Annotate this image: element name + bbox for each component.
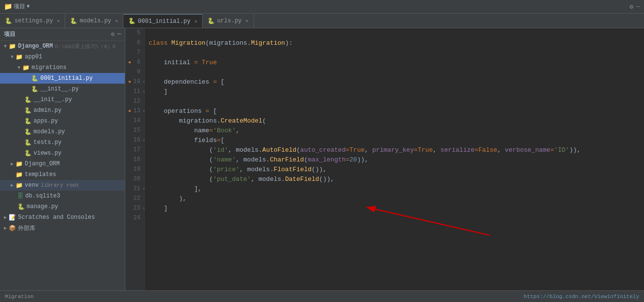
param-vn: verbose_name: [505, 146, 551, 154]
comma-17d: ,: [497, 146, 505, 154]
python-file-icon: 🐍: [31, 75, 38, 82]
folder-icon: 📁: [16, 171, 23, 178]
indent-10: [149, 78, 164, 86]
val-true: True: [202, 59, 217, 66]
tree-item-0001-initial[interactable]: 🐍 0001_initial.py: [0, 73, 125, 84]
val-false: False: [478, 146, 497, 154]
tree-item-init-migrations[interactable]: 🐍 __init__.py: [0, 84, 125, 94]
minimize-panel-icon[interactable]: —: [118, 31, 121, 38]
line-22: 22: [127, 194, 142, 203]
kw-class: class: [149, 39, 171, 47]
project-menu[interactable]: 📁 项目 ▼: [4, 2, 30, 11]
eq-17c: =: [475, 146, 478, 154]
num-20: 20: [350, 156, 357, 163]
python-file-icon: 🐍: [24, 118, 32, 125]
indent-13: [149, 107, 164, 115]
tree-item-scratches[interactable]: ▶ 📝 Scratches and Consoles: [0, 212, 125, 223]
tab-migration-icon: 🐍: [128, 18, 136, 25]
expand-icon: ▼: [9, 54, 16, 60]
settings-icon[interactable]: ⚙: [629, 3, 633, 11]
paren-20b: ()),: [319, 176, 334, 183]
indent-18: [149, 156, 209, 163]
tab-migration-close[interactable]: ✕: [194, 18, 197, 24]
tree-item-app01[interactable]: ▼ 📁 app01: [0, 52, 125, 62]
tree-item-models[interactable]: 🐍 models.py: [0, 126, 125, 137]
python-file-icon: 🐍: [24, 128, 32, 136]
tree-item-db[interactable]: 🗄 db.sqlite3: [0, 191, 125, 201]
fold-13[interactable]: ▾: [143, 108, 145, 114]
code-line-10: dependencies = [: [149, 77, 640, 87]
tab-settings-close[interactable]: ✕: [57, 18, 60, 24]
line-19: 19: [127, 164, 142, 174]
editor-area[interactable]: 5 6 7 ●8 9 ●10 ▾ 11 ▾ 12 ●13 ▾: [125, 28, 644, 290]
fold-21[interactable]: ▾: [143, 186, 145, 192]
expand-icon: ▶: [2, 225, 9, 231]
tree-label: models.py: [34, 128, 65, 135]
indent-15: [149, 127, 194, 134]
tree-item-django-orm-root[interactable]: ▼ 📁 Django_ORM D:\002课上练习\（6）D: [0, 41, 125, 52]
line-18: 18: [127, 155, 142, 164]
fold-10[interactable]: ▾: [143, 79, 145, 85]
tab-migration[interactable]: 🐍 0001_initial.py ✕: [123, 14, 203, 28]
tree-item-venv[interactable]: ▶ 📁 venv library root: [0, 180, 125, 191]
expand-icon: ▶: [2, 214, 9, 220]
bracket-16: [: [220, 137, 224, 144]
tree-item-migrations[interactable]: ▼ 📁 migrations: [0, 62, 125, 73]
tab-settings[interactable]: 🐍 settings.py ✕: [0, 14, 65, 28]
status-left: Migration: [5, 294, 34, 300]
param-fields: fields: [194, 137, 217, 144]
sidebar-header-icons: ⚙ —: [111, 31, 121, 38]
status-right: https://blog.csdn.net/Viewinfinitely: [524, 294, 639, 300]
line-10: ●10 ▾: [127, 77, 142, 87]
comma-17b: ,: [365, 146, 373, 154]
func-float: FloatField: [273, 166, 311, 173]
db-file-icon: 🗄: [17, 193, 23, 200]
tree-item-external-libs[interactable]: ▶ 📦 外部库: [0, 223, 125, 233]
expand-icon: ▼: [16, 65, 22, 71]
fold-11[interactable]: ▾: [143, 89, 145, 94]
code-line-17: ( 'id' , models. AutoField ( auto_create…: [149, 145, 640, 155]
tab-urls[interactable]: 🐍 urls.py ✕: [203, 14, 254, 28]
models-19: models.: [247, 166, 274, 173]
fold-16[interactable]: ▾: [143, 138, 145, 143]
tree-item-tests[interactable]: 🐍 tests.py: [0, 137, 125, 148]
func-char: CharField: [270, 156, 304, 163]
eq-10: =: [213, 78, 221, 86]
line-17: 17: [127, 145, 142, 155]
line-6: 6: [127, 38, 142, 48]
tree-item-apps[interactable]: 🐍 apps.py: [0, 116, 125, 126]
bracket-open-10: [: [220, 78, 224, 86]
project-dropdown-icon: ▼: [27, 4, 30, 9]
tree-item-admin[interactable]: 🐍 admin.py: [0, 105, 125, 116]
tree-item-init-app01[interactable]: 🐍 __init__.py: [0, 94, 125, 105]
libs-icon: 📦: [9, 225, 16, 232]
paren-17a: (: [209, 146, 213, 154]
folder-icon: 📁: [16, 182, 23, 189]
paren-20a: (: [209, 176, 213, 183]
title-bar: 📁 项目 ▼ ⚙ —: [0, 0, 644, 14]
tree-label: admin.py: [34, 107, 62, 114]
tree-item-templates[interactable]: 📁 templates: [0, 169, 125, 180]
eq-16: =: [217, 137, 220, 144]
line-5: 5: [127, 28, 142, 38]
fold-23[interactable]: ▾: [143, 206, 145, 211]
tab-models[interactable]: 🐍 models.py ✕: [65, 14, 123, 28]
code-lines[interactable]: class Migration ( migrations. Migration …: [145, 28, 644, 290]
eq-13: =: [205, 107, 213, 115]
tree-item-django-orm-pkg[interactable]: ▶ 📁 Django_ORM: [0, 159, 125, 169]
code-container: 5 6 7 ●8 9 ●10 ▾ 11 ▾ 12 ●13 ▾: [125, 28, 644, 290]
tree-item-manage[interactable]: 🐍 manage.py: [0, 201, 125, 212]
minimize-icon[interactable]: —: [636, 3, 640, 11]
tab-models-close[interactable]: ✕: [115, 18, 118, 24]
tab-urls-close[interactable]: ✕: [246, 18, 249, 24]
comma-15: ,: [236, 127, 239, 134]
gear-icon[interactable]: ⚙: [111, 31, 115, 38]
line-21: 21 ▾: [127, 184, 142, 194]
indent-22: [149, 195, 179, 202]
str-id-label: 'ID': [554, 146, 569, 154]
project-icon: 📁: [4, 2, 12, 11]
tree-label: views.py: [34, 150, 62, 157]
bracket-open-13: [: [213, 107, 217, 115]
title-bar-actions: ⚙ —: [629, 3, 640, 11]
tree-item-views[interactable]: 🐍 views.py: [0, 148, 125, 159]
